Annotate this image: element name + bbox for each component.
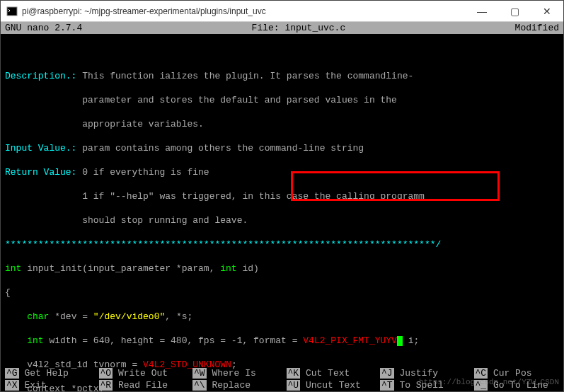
shortcut-key: ^X [5,380,19,391]
shortcut-key: ^U [287,380,301,391]
shortcut-label: Read File [113,380,168,391]
terminal-icon [6,6,18,17]
window-title: pi@raspberrypi: ~/mjpg-streamer-experime… [22,6,466,16]
window-controls: — ▢ ✕ [466,1,563,21]
shortcut-label: Where Is [207,368,256,379]
shortcut-item: ^R Read File [95,379,189,391]
file-name: File: input_uvc.c [86,22,510,34]
shortcut-label: Uncut Text [300,380,361,391]
shortcut-key: ^G [5,368,19,379]
minimize-button[interactable]: — [466,1,498,21]
shortcut-item: ^U Uncut Text [282,379,376,391]
shortcut-key: ^O [99,368,113,379]
shortcut-label: Replace [207,380,251,391]
svg-rect-0 [7,7,17,16]
shortcut-item: ^G Get Help [1,367,95,379]
shortcut-key: ^W [192,368,207,379]
watermark: https://blog.csdn.net/YZW_CSDN [419,376,559,388]
close-button[interactable]: ✕ [531,1,563,21]
shortcut-label: Cut Text [300,368,350,379]
shortcut-key: ^\ [192,380,207,391]
shortcut-item: ^O Write Out [95,367,189,379]
shortcut-key: ^J [380,368,394,379]
modified-indicator: Modified [511,22,563,34]
terminal-area[interactable]: GNU nano 2.7.4 File: input_uvc.c Modifie… [1,22,563,391]
shortcut-label: Get Help [19,368,69,379]
window-titlebar: pi@raspberrypi: ~/mjpg-streamer-experime… [1,1,563,22]
shortcut-item: ^K Cut Text [282,367,376,379]
shortcut-key: ^K [287,368,301,379]
cursor [397,336,403,346]
nano-version: GNU nano 2.7.4 [1,22,86,34]
shortcut-label: Write Out [113,368,168,379]
shortcut-item: ^\ Replace [188,379,282,391]
maximize-button[interactable]: ▢ [498,1,531,21]
shortcut-label: Exit [19,380,47,391]
shortcut-item: ^X Exit [1,379,95,391]
shortcut-key: ^T [380,380,394,391]
editor-content[interactable]: Description.: This function ializes the … [1,34,563,392]
shortcut-key: ^R [99,380,113,391]
shortcut-item: ^W Where Is [188,367,282,379]
nano-statusbar: GNU nano 2.7.4 File: input_uvc.c Modifie… [1,22,563,34]
